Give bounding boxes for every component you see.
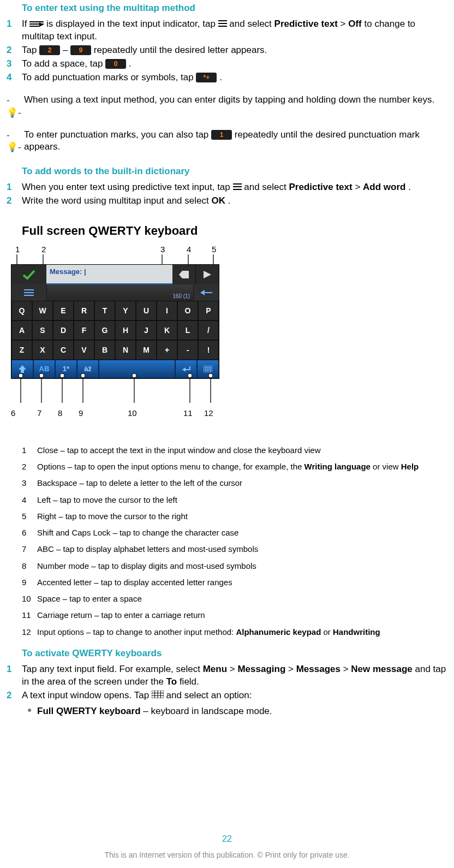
step-text: Tap any text input field. For example, s…: [22, 663, 449, 688]
key-icon: *+: [196, 73, 217, 82]
step-text: A text input window opens. Tap and selec…: [22, 689, 449, 702]
keyboard: Message: | 160 (1) QWERTYUIOP ASDFGHJKL/: [11, 264, 219, 379]
left-arrow-icon: [193, 284, 219, 301]
input-options-key-icon: [197, 360, 219, 378]
page: To enter text using the multitap method …: [0, 2, 454, 868]
callout: 3: [160, 245, 165, 254]
heading-activate-qwerty: To activate QWERTY keyboards: [22, 647, 449, 660]
kbd-row: ZXCVBNM+-!: [11, 340, 219, 360]
step-text: If is displayed in the text input indica…: [22, 18, 449, 43]
svg-rect-0: [29, 21, 44, 22]
svg-point-39: [39, 373, 44, 378]
step-text: To add punctuation marks or symbols, tap…: [22, 72, 449, 84]
bullet-list: • Full QWERTY keyboard – keyboard in lan…: [22, 705, 449, 718]
footer-text: This is an Internet version of this publ…: [0, 850, 454, 860]
accent-key: àž: [77, 360, 99, 378]
number-key: 1*: [55, 360, 77, 378]
step-number: 3: [7, 58, 22, 70]
step-number: 1: [7, 18, 22, 31]
key-icon: 0: [105, 59, 126, 69]
svg-rect-7: [233, 183, 242, 185]
char-counter: 160 (1): [47, 284, 193, 301]
heading-dictionary: To add words to the built-in dictionary: [22, 165, 449, 178]
keyboard-grid-icon: [152, 689, 164, 702]
callout: 4: [187, 245, 191, 254]
return-key-icon: [175, 360, 197, 378]
steps-activate: 1 Tap any text input field. For example,…: [7, 663, 449, 702]
space-key: [99, 360, 175, 378]
svg-rect-5: [218, 23, 227, 24]
callout: 8: [58, 408, 62, 418]
svg-rect-24: [24, 292, 34, 293]
kbd-row: ASDFGHJKL/: [11, 320, 219, 340]
callout: 11: [183, 408, 193, 418]
bullet-icon: •: [22, 705, 37, 715]
message-field: Message: |: [46, 265, 172, 284]
svg-point-47: [188, 373, 192, 378]
svg-marker-28: [19, 365, 26, 373]
lightbulb-icon: -💡-: [7, 94, 24, 120]
callout: 6: [11, 408, 15, 418]
abc-key: AB: [33, 360, 55, 378]
pencil-lines-icon: [29, 20, 44, 28]
step-number: 2: [7, 689, 22, 702]
menu-icon: [233, 181, 242, 194]
callout: 12: [204, 408, 213, 418]
callout: 10: [128, 408, 137, 418]
svg-rect-9: [233, 189, 242, 190]
callout: 5: [212, 245, 216, 254]
svg-point-43: [81, 373, 85, 378]
steps-multitap: 1 If is displayed in the text input indi…: [7, 18, 449, 84]
close-check-icon: [11, 265, 46, 284]
svg-marker-27: [200, 290, 205, 295]
heading-multitap: To enter text using the multitap method: [22, 2, 449, 15]
tip-punctuation: -💡- To enter punctuation marks, you can …: [7, 129, 449, 154]
key-icon: 2: [39, 45, 60, 55]
key-icon: 9: [70, 45, 91, 55]
steps-dictionary: 1 When you enter text using predictive t…: [7, 181, 449, 207]
keyboard-legend: 1Close – tap to accept the text in the i…: [22, 445, 449, 638]
page-number: 22: [0, 833, 454, 845]
options-icon: [11, 284, 47, 301]
svg-rect-4: [218, 20, 227, 21]
callout: 1: [15, 245, 20, 254]
callout: 9: [79, 408, 83, 418]
callout: 7: [37, 408, 41, 418]
tip-text: To enter punctuation marks, you can also…: [24, 129, 449, 154]
lightbulb-icon: -💡-: [7, 129, 24, 154]
right-nav-icon: [195, 265, 219, 284]
step-text: When you enter text using predictive tex…: [22, 181, 449, 194]
callout: 2: [41, 245, 46, 254]
svg-point-49: [208, 373, 213, 378]
step-number: 2: [7, 44, 22, 57]
backspace-icon: [172, 265, 195, 284]
step-text: Tap 2 – 9 repeatedly until the desired l…: [22, 44, 449, 57]
menu-icon: [218, 18, 227, 31]
step-number: 2: [7, 195, 22, 207]
keyboard-svg: 1 2 3 4 5 Message: |: [9, 245, 227, 430]
svg-rect-6: [218, 26, 227, 27]
svg-marker-29: [182, 367, 186, 372]
step-number: 4: [7, 72, 22, 84]
kbd-row: QWERTYUIOP: [11, 301, 219, 320]
svg-point-41: [60, 373, 64, 378]
key-icon: 1: [211, 130, 232, 140]
svg-point-37: [19, 373, 23, 378]
tip-text: When using a text input method, you can …: [24, 94, 449, 106]
svg-rect-25: [24, 295, 34, 296]
keyboard-diagram: 1 2 3 4 5 Message: |: [9, 245, 449, 434]
svg-rect-2: [29, 26, 39, 27]
svg-marker-21: [179, 271, 189, 278]
tip-hold-number: -💡- When using a text input method, you …: [7, 94, 449, 119]
heading-qwerty: Full screen QWERTY keyboard: [22, 223, 449, 239]
svg-rect-8: [233, 186, 242, 187]
svg-point-45: [132, 373, 136, 378]
step-number: 1: [7, 181, 22, 194]
svg-marker-22: [204, 271, 211, 278]
bullet-text: Full QWERTY keyboard – keyboard in lands…: [37, 705, 272, 718]
svg-marker-3: [39, 22, 44, 27]
svg-rect-23: [24, 289, 34, 290]
step-text: Write the word using multitap input and …: [22, 195, 449, 207]
step-number: 1: [7, 663, 22, 676]
step-text: To add a space, tap 0 .: [22, 58, 449, 70]
